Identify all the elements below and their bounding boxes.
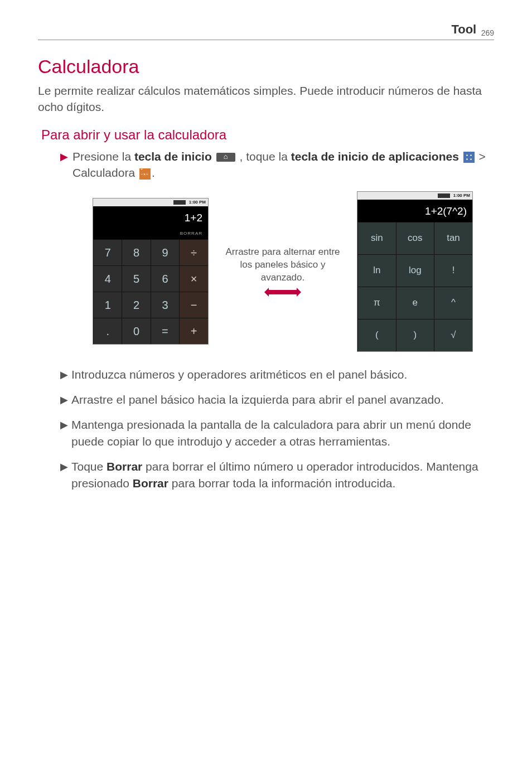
bullet-text: Toque Borrar para borrar el último númer… (71, 458, 494, 491)
step-text: Presione la tecla de inicio , toque la t… (72, 148, 494, 181)
key-cos: cos (396, 222, 434, 254)
running-header: Tool 269 (38, 22, 494, 40)
bullet-item: ▶ Arrastre el panel básico hacia la izqu… (60, 391, 494, 408)
key-3: 3 (151, 292, 179, 318)
key-equals: = (151, 318, 179, 345)
advanced-keypad: sin cos tan ln log ! π e ^ ( ) √ (357, 222, 472, 351)
key-tan: tan (434, 222, 473, 254)
key-sin: sin (358, 222, 396, 254)
key-1: 1 (94, 292, 122, 318)
calculator-advanced-screenshot: 1:00 PM 1+2(7^2) sin cos tan ln log ! π … (357, 191, 473, 352)
key-log: log (396, 254, 434, 287)
section-subtitle: Para abrir y usar la calculadora (41, 127, 494, 143)
bullet-arrow-icon: ▶ (60, 460, 68, 474)
key-e: e (396, 287, 434, 319)
calculator-figure: 1:00 PM 1+2 BORRAR 7 8 9 ÷ 4 5 6 × 1 (71, 191, 494, 352)
key-pi: π (358, 287, 396, 319)
key-8: 8 (122, 240, 151, 266)
intro-paragraph: Le permite realizar cálculos matemáticos… (38, 83, 494, 115)
key-power: ^ (434, 287, 473, 319)
key-plus: + (180, 318, 208, 345)
key-7: 7 (94, 240, 122, 266)
key-ln: ln (358, 254, 396, 287)
key-9: 9 (151, 240, 179, 266)
key-factorial: ! (434, 254, 473, 287)
status-bar: 1:00 PM (357, 192, 472, 200)
key-2: 2 (122, 292, 151, 318)
apps-key-icon (463, 152, 475, 163)
key-divide: ÷ (180, 240, 208, 266)
bullet-item: ▶ Introduzca números y operadores aritmé… (60, 366, 494, 382)
key-0: 0 (122, 318, 151, 345)
bullet-text: Arrastre el panel básico hacia la izquie… (71, 391, 444, 408)
bullet-item: ▶ Mantenga presionada la pantalla de la … (60, 417, 494, 449)
bullet-arrow-icon: ▶ (60, 150, 68, 164)
key-multiply: × (180, 266, 208, 292)
bullet-text: Introduzca números y operadores aritméti… (71, 366, 407, 382)
page-number: 269 (481, 28, 494, 37)
key-4: 4 (94, 266, 122, 292)
status-bar: 1:00 PM (93, 198, 208, 206)
calculator-app-icon (139, 168, 151, 180)
bullet-text: Mantenga presionada la pantalla de la ca… (71, 417, 494, 449)
bullet-item-borrar: ▶ Toque Borrar para borrar el último núm… (60, 458, 494, 491)
bullet-arrow-icon: ▶ (60, 393, 68, 407)
step-open-calculator: ▶ Presione la tecla de inicio , toque la… (60, 148, 494, 181)
bullet-arrow-icon: ▶ (60, 418, 68, 432)
key-5: 5 (122, 266, 151, 292)
calc-display-advanced: 1+2(7^2) (357, 200, 472, 222)
key-close-paren: ) (396, 319, 434, 351)
key-6: 6 (151, 266, 179, 292)
calculator-basic-screenshot: 1:00 PM 1+2 BORRAR 7 8 9 ÷ 4 5 6 × 1 (93, 198, 209, 345)
bullet-arrow-icon: ▶ (60, 368, 68, 382)
key-minus: − (180, 292, 208, 318)
page-title: Calculadora (38, 56, 494, 78)
home-key-icon (216, 153, 235, 162)
calc-display-basic: 1+2 (93, 206, 208, 229)
swipe-caption: Arrastre para alternar entre los paneles… (219, 246, 347, 284)
clear-label: BORRAR (93, 229, 208, 239)
section-name: Tool (451, 22, 476, 36)
swipe-arrow-icon (219, 288, 347, 297)
key-dot: . (94, 318, 122, 345)
key-open-paren: ( (358, 319, 396, 351)
basic-keypad: 7 8 9 ÷ 4 5 6 × 1 2 3 − . (93, 239, 208, 344)
key-sqrt: √ (434, 319, 473, 351)
swipe-instruction: Arrastre para alternar entre los paneles… (219, 246, 347, 297)
